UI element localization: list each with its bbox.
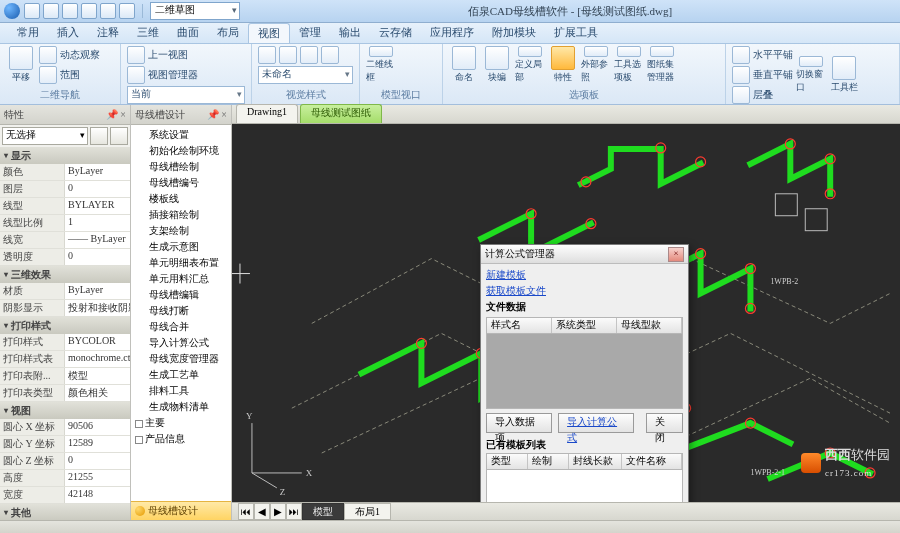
tree-node[interactable]: 初始化绘制环境 (133, 143, 229, 159)
viewport[interactable]: Y X Z (232, 124, 900, 502)
prop-value[interactable]: 1 (65, 215, 130, 231)
property-row[interactable]: 圆心 X 坐标90506 (0, 419, 130, 436)
property-row[interactable]: 材质ByLayer (0, 283, 130, 300)
tree-node[interactable]: 母线打断 (133, 303, 229, 319)
prop-value[interactable]: 投射和接收阴影 (65, 300, 130, 316)
prop-value[interactable]: —— ByLayer (65, 232, 130, 248)
ribbon-tab[interactable]: 输出 (330, 23, 370, 43)
tool-palette-button[interactable]: 工具选项板 (614, 46, 644, 84)
selection-combo[interactable]: 无选择 (2, 127, 88, 145)
ribbon-tab[interactable]: 扩展工具 (545, 23, 607, 43)
prop-value[interactable]: ByLayer (65, 164, 130, 180)
vs-icon[interactable] (258, 46, 276, 64)
ribbon-tab[interactable]: 布局 (208, 23, 248, 43)
tab-nav-first-icon[interactable]: ⏮ (238, 503, 254, 520)
switch-window-button[interactable]: 切换窗口 (796, 56, 826, 94)
tree-node[interactable]: 母线槽绘制 (133, 159, 229, 175)
qa-undo-icon[interactable] (81, 3, 97, 19)
define-local-button[interactable]: 定义局部 (515, 46, 545, 84)
visual-style-combo[interactable]: 未命名 (258, 66, 353, 84)
qa-redo-icon[interactable] (100, 3, 116, 19)
tile-h-icon[interactable] (732, 46, 750, 64)
tree-group[interactable]: 产品信息 (133, 431, 229, 447)
new-template-link[interactable]: 新建模板 (486, 267, 683, 283)
prop-value[interactable]: 12589 (65, 436, 130, 452)
ribbon-tab[interactable]: 附加模块 (483, 23, 545, 43)
view-combo[interactable]: 当前 (127, 86, 245, 104)
property-row[interactable]: 高度21255 (0, 470, 130, 487)
properties-button[interactable]: 特性 (548, 46, 578, 84)
doc-tab-active[interactable]: 母线测试图纸 (300, 104, 382, 123)
sheetset-button[interactable]: 图纸集管理器 (647, 46, 677, 84)
orbit-icon[interactable] (39, 46, 57, 64)
tree-node[interactable]: 生成示意图 (133, 239, 229, 255)
ribbon-tab[interactable]: 插入 (48, 23, 88, 43)
tree-node[interactable]: 排料工具 (133, 383, 229, 399)
vs-icon[interactable] (300, 46, 318, 64)
tree-node[interactable]: 母线槽编辑 (133, 287, 229, 303)
vs-icon[interactable] (279, 46, 297, 64)
property-category[interactable]: 显示 (0, 147, 130, 164)
property-row[interactable]: 打印样式BYCOLOR (0, 334, 130, 351)
tab-nav-last-icon[interactable]: ⏭ (286, 503, 302, 520)
property-row[interactable]: 线型BYLAYER (0, 198, 130, 215)
xref-button[interactable]: 外部参照 (581, 46, 611, 84)
cascade-icon[interactable] (732, 86, 750, 104)
ribbon-tab-view[interactable]: 视图 (248, 23, 290, 43)
panel-close-icon[interactable]: 📌 × (207, 109, 227, 120)
property-row[interactable]: 圆心 Z 坐标0 (0, 453, 130, 470)
property-row[interactable]: 阴影显示投射和接收阴影 (0, 300, 130, 317)
import-formula-button[interactable]: 导入计算公式 (558, 413, 634, 433)
tab-nav-prev-icon[interactable]: ◀ (254, 503, 270, 520)
tree-node[interactable]: 支架绘制 (133, 223, 229, 239)
get-template-file-link[interactable]: 获取模板文件 (486, 283, 683, 299)
prev-view-icon[interactable] (127, 46, 145, 64)
ribbon-tab[interactable]: 三维 (128, 23, 168, 43)
prop-value[interactable]: 0 (65, 453, 130, 469)
tile-v-icon[interactable] (732, 66, 750, 84)
template-list[interactable] (486, 470, 683, 502)
close-icon[interactable]: × (668, 247, 684, 262)
vs-icon[interactable] (321, 46, 339, 64)
pick-add-icon[interactable] (110, 127, 128, 145)
prop-value[interactable]: 90506 (65, 419, 130, 435)
tree-group[interactable]: 主要 (133, 415, 229, 431)
property-row[interactable]: 打印表附...模型 (0, 368, 130, 385)
model-tab[interactable]: 模型 (302, 503, 344, 520)
import-data-button[interactable]: 导入数据项 (486, 413, 552, 433)
property-row[interactable]: 颜色ByLayer (0, 164, 130, 181)
qa-open-icon[interactable] (43, 3, 59, 19)
prop-value[interactable]: monochrome.ctb (65, 351, 130, 367)
ribbon-tab[interactable]: 曲面 (168, 23, 208, 43)
view-mgr-icon[interactable] (127, 66, 145, 84)
property-row[interactable]: 宽度42148 (0, 487, 130, 504)
tree-node[interactable]: 生成工艺单 (133, 367, 229, 383)
block-edit-button[interactable]: 块编 (482, 46, 512, 84)
tab-nav-next-icon[interactable]: ▶ (270, 503, 286, 520)
prop-value[interactable]: ByLayer (65, 283, 130, 299)
tree-node[interactable]: 系统设置 (133, 127, 229, 143)
tree-node[interactable]: 母线槽编号 (133, 175, 229, 191)
qa-save-icon[interactable] (62, 3, 78, 19)
prop-value[interactable]: 21255 (65, 470, 130, 486)
prop-value[interactable]: BYLAYER (65, 198, 130, 214)
ribbon-tab[interactable]: 管理 (290, 23, 330, 43)
tree-node[interactable]: 导入计算公式 (133, 335, 229, 351)
toolbar-button[interactable]: 工具栏 (829, 56, 859, 94)
qa-new-icon[interactable] (24, 3, 40, 19)
property-row[interactable]: 线型比例1 (0, 215, 130, 232)
tree-node[interactable]: 插接箱绘制 (133, 207, 229, 223)
property-row[interactable]: 打印样式表monochrome.ctb (0, 351, 130, 368)
workspace-dropdown[interactable]: 二维草图 (150, 2, 240, 20)
dialog-titlebar[interactable]: 计算公式管理器 × (481, 245, 688, 264)
prop-value[interactable]: 0 (65, 181, 130, 197)
file-data-list[interactable] (486, 334, 683, 409)
ribbon-tab[interactable]: 注释 (88, 23, 128, 43)
prop-value[interactable]: 0 (65, 249, 130, 265)
property-row[interactable]: 打印表类型颜色相关 (0, 385, 130, 402)
prop-value[interactable]: 颜色相关 (65, 385, 130, 401)
tree-node[interactable]: 母线合并 (133, 319, 229, 335)
panel-close-icon[interactable]: 📌 × (106, 109, 126, 120)
doc-tab[interactable]: Drawing1 (236, 104, 298, 123)
prop-value[interactable]: BYCOLOR (65, 334, 130, 350)
